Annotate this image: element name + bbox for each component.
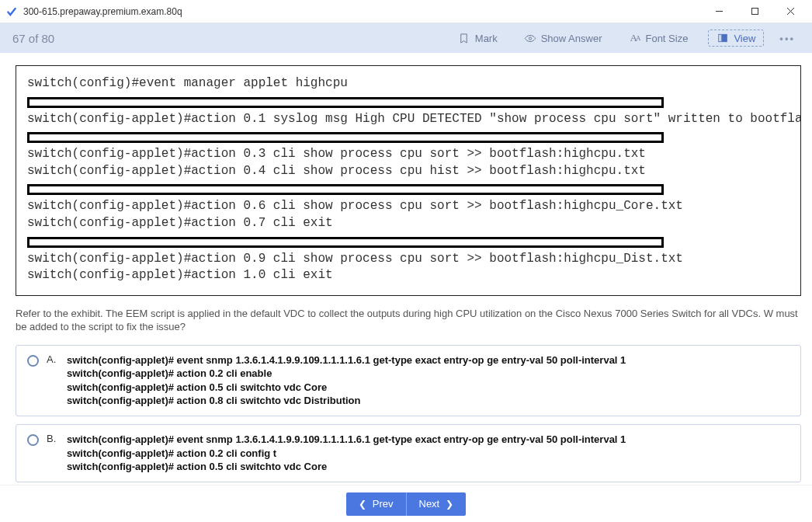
radio-icon[interactable] — [27, 355, 39, 367]
content-area[interactable]: switch(config)#event manager applet high… — [0, 53, 812, 485]
eye-icon — [524, 32, 536, 44]
question-counter: 67 of 80 — [12, 32, 54, 45]
exhibit-line: switch(config)#event manager applet high… — [27, 75, 789, 92]
question-text: Refer to the exhibit. The EEM script is … — [16, 307, 801, 334]
view-label: View — [734, 33, 755, 44]
more-menu-button[interactable]: ••• — [775, 33, 800, 44]
close-button[interactable] — [773, 1, 807, 23]
option-text: switch(config-applet)# event snmp 1.3.6.… — [67, 433, 626, 474]
window-buttons — [702, 1, 807, 23]
next-button[interactable]: Next ❯ — [407, 492, 467, 516]
font-size-icon: AA — [628, 32, 640, 44]
app-check-icon — [6, 6, 17, 17]
window-titlebar: 300-615.prepaway.premium.exam.80q — [0, 0, 812, 23]
svg-rect-6 — [723, 34, 727, 41]
exhibit-line: switch(config-applet)#action 0.6 cli sho… — [27, 198, 789, 215]
svg-point-4 — [529, 37, 531, 39]
next-label: Next — [419, 498, 440, 510]
exhibit-line: switch(config-applet)#action 0.1 syslog … — [27, 111, 789, 128]
view-button[interactable]: View — [708, 30, 764, 47]
redaction-bar — [27, 237, 664, 248]
option-text: switch(config-applet)# event snmp 1.3.6.… — [67, 353, 626, 408]
prev-label: Prev — [373, 498, 394, 510]
exhibit-line: switch(config-applet)#action 0.4 cli sho… — [27, 163, 789, 180]
chevron-right-icon: ❯ — [446, 499, 453, 510]
toolbar: 67 of 80 Mark Show Answer AA Font Size V… — [0, 23, 812, 53]
redaction-bar — [27, 132, 664, 143]
layout-icon — [717, 32, 729, 44]
option-letter: A. — [47, 353, 59, 365]
radio-icon[interactable] — [27, 434, 39, 446]
window-title: 300-615.prepaway.premium.exam.80q — [23, 6, 702, 17]
mark-label: Mark — [475, 33, 498, 44]
exhibit-line: switch(config-applet)#action 1.0 cli exi… — [27, 267, 789, 284]
mark-button[interactable]: Mark — [452, 29, 504, 47]
exhibit-box: switch(config)#event manager applet high… — [16, 65, 801, 296]
option-b[interactable]: B. switch(config-applet)# event snmp 1.3… — [16, 424, 801, 482]
redaction-bar — [27, 184, 664, 195]
exhibit-line: switch(config-applet)#action 0.7 cli exi… — [27, 215, 789, 232]
maximize-button[interactable] — [737, 1, 772, 23]
show-answer-label: Show Answer — [541, 33, 602, 44]
exhibit-line: switch(config-applet)#action 0.9 cli sho… — [27, 251, 789, 268]
bottom-nav: ❮ Prev Next ❯ — [0, 485, 812, 522]
minimize-button[interactable] — [702, 1, 736, 23]
font-size-button[interactable]: AA Font Size — [622, 29, 694, 47]
redaction-bar — [27, 97, 664, 108]
font-size-label: Font Size — [645, 33, 688, 44]
show-answer-button[interactable]: Show Answer — [518, 29, 609, 47]
option-letter: B. — [47, 433, 59, 444]
svg-rect-1 — [751, 9, 758, 15]
bookmark-icon — [458, 32, 470, 44]
svg-rect-5 — [719, 34, 722, 41]
exhibit-line: switch(config-applet)#action 0.3 cli sho… — [27, 146, 789, 163]
prev-button[interactable]: ❮ Prev — [346, 492, 407, 516]
more-icon: ••• — [779, 33, 795, 44]
option-a[interactable]: A. switch(config-applet)# event snmp 1.3… — [16, 345, 801, 416]
chevron-left-icon: ❮ — [359, 499, 366, 510]
